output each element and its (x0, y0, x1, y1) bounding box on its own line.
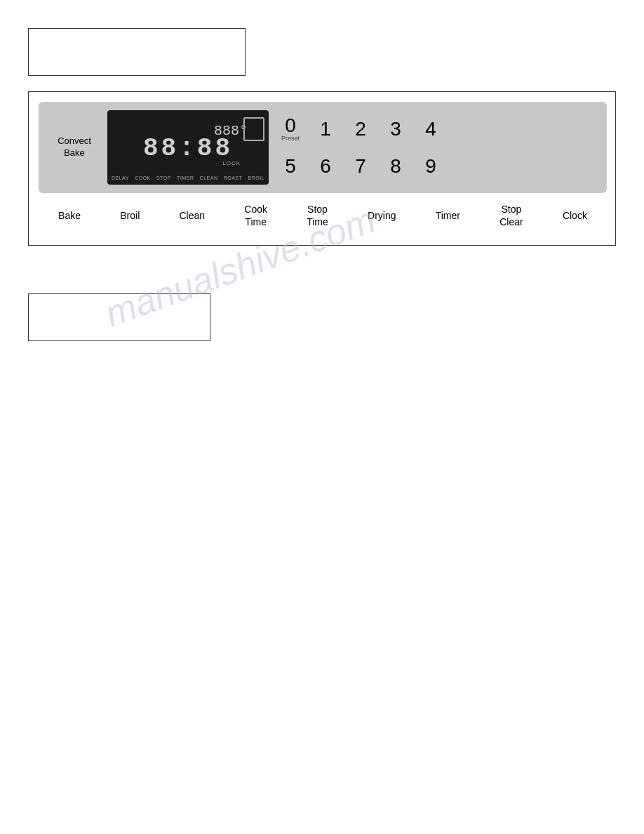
lcd-bottom-labels: DELAY COOK STOP TIMER CLEAN ROAST BROIL (112, 176, 264, 180)
numpad: 0 Preset 1 2 3 4 5 6 7 8 9 (273, 110, 448, 185)
key-8[interactable]: 8 (378, 147, 413, 185)
key-4[interactable]: 4 (413, 110, 448, 147)
button-labels-row: Bake Broil Clean CookTime StopTime Dryin… (39, 203, 607, 228)
broil-label[interactable]: Broil (120, 209, 140, 222)
stop-clear-label[interactable]: StopClear (499, 203, 523, 228)
bake-label[interactable]: Bake (58, 209, 81, 222)
lcd-time: 88:88 (143, 136, 233, 161)
key-5[interactable]: 5 (273, 147, 308, 185)
cook-time-label[interactable]: CookTime (244, 203, 267, 228)
lock-label: LOCK (222, 160, 241, 166)
key-9[interactable]: 9 (413, 147, 448, 185)
timer-label[interactable]: Timer (436, 209, 460, 222)
drying-label[interactable]: Drying (368, 209, 396, 222)
control-strip: Convect Bake 88:88 888° LOCK DELAY COOK … (39, 102, 607, 193)
key-2[interactable]: 2 (343, 110, 378, 147)
key-3[interactable]: 3 (378, 110, 413, 147)
lcd-display: 88:88 888° LOCK DELAY COOK STOP TIMER CL… (107, 110, 269, 185)
key-1[interactable]: 1 (308, 110, 343, 147)
top-empty-box (28, 28, 246, 76)
key-6[interactable]: 6 (308, 147, 343, 185)
key-0[interactable]: 0 Preset (273, 110, 308, 147)
lcd-temp: 888° (214, 123, 248, 139)
convect-bake-button[interactable]: Convect Bake (46, 135, 103, 159)
clock-label[interactable]: Clock (563, 209, 587, 222)
bottom-empty-box (28, 293, 210, 341)
main-control-panel: Convect Bake 88:88 888° LOCK DELAY COOK … (28, 91, 616, 246)
bake-icon (243, 117, 264, 141)
clean-label[interactable]: Clean (179, 209, 205, 222)
stop-time-label[interactable]: StopTime (307, 203, 328, 228)
key-7[interactable]: 7 (343, 147, 378, 185)
